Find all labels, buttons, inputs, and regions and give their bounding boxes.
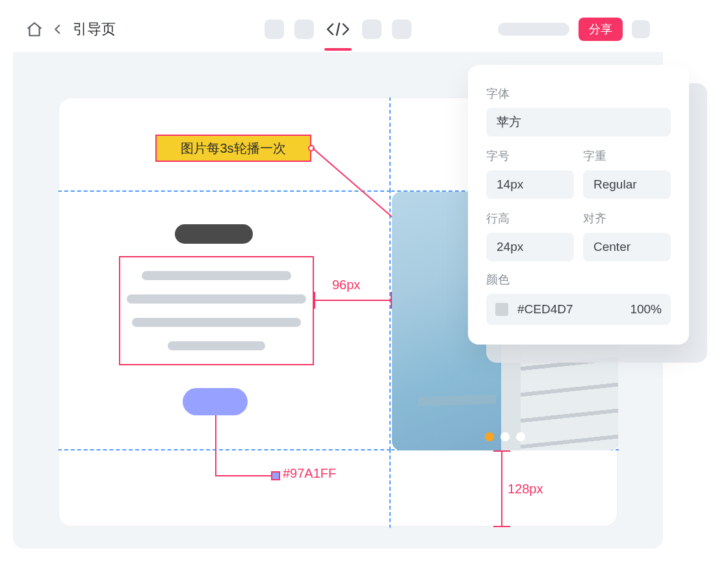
line-height-field[interactable]: 24px xyxy=(486,233,574,261)
font-label: 字体 xyxy=(486,86,671,101)
line-height-value: 24px xyxy=(497,240,523,254)
view-switcher xyxy=(265,6,411,52)
text-line-placeholder xyxy=(127,294,306,304)
text-line-placeholder xyxy=(168,341,265,350)
primary-button-placeholder[interactable] xyxy=(183,388,248,415)
carousel-dots xyxy=(485,432,525,441)
color-hex-value: #CED4D7 xyxy=(517,302,573,317)
font-weight-field[interactable]: Regular xyxy=(583,170,671,199)
color-label: 颜色 xyxy=(486,272,671,287)
spacing-tick xyxy=(493,526,510,527)
spacing-measure-128 xyxy=(501,452,502,527)
header-left: 引导页 xyxy=(26,20,116,39)
text-color-field[interactable]: #CED4D7 100% xyxy=(486,294,671,325)
spacing-tick xyxy=(493,450,510,452)
guide-region xyxy=(391,449,619,528)
view-mode-1[interactable] xyxy=(265,20,284,39)
text-line-placeholder xyxy=(132,318,301,327)
font-family-value: 苹方 xyxy=(497,114,521,131)
annotation-note-text: 图片每3s轮播一次 xyxy=(181,140,285,157)
app-header: 引导页 分享 xyxy=(13,6,663,52)
style-inspector-panel: 字体 苹方 字号 14px 字重 Regular 行高 24px 对齐 Cen xyxy=(468,65,689,344)
header-chip xyxy=(498,23,569,36)
back-chevron-icon[interactable] xyxy=(52,21,64,38)
carousel-dot[interactable] xyxy=(516,432,525,441)
font-size-label: 字号 xyxy=(486,148,574,164)
text-align-label: 对齐 xyxy=(583,211,671,226)
annotation-note[interactable]: 图片每3s轮播一次 xyxy=(155,135,311,162)
font-weight-label: 字重 xyxy=(583,148,671,164)
guide-region xyxy=(58,449,391,528)
view-mode-4[interactable] xyxy=(362,20,382,39)
home-icon[interactable] xyxy=(26,21,43,38)
font-size-field[interactable]: 14px xyxy=(486,170,574,199)
share-button[interactable]: 分享 xyxy=(578,18,623,41)
heading-placeholder xyxy=(175,224,253,244)
text-align-value: Center xyxy=(593,240,630,254)
text-align-field[interactable]: Center xyxy=(583,233,671,261)
color-swatch-icon xyxy=(271,471,280,480)
color-callout-line xyxy=(215,475,271,476)
note-connector-handle[interactable] xyxy=(308,145,315,151)
svg-line-0 xyxy=(337,23,339,35)
header-more[interactable] xyxy=(632,20,650,38)
spacing-label-128: 128px xyxy=(508,482,543,497)
carousel-dot[interactable] xyxy=(500,432,510,441)
header-right: 分享 xyxy=(498,6,650,52)
text-line-placeholder xyxy=(142,271,291,280)
color-chip-icon xyxy=(495,303,508,316)
page-title: 引导页 xyxy=(73,20,116,39)
view-mode-5[interactable] xyxy=(392,20,411,39)
line-height-label: 行高 xyxy=(486,211,574,226)
color-callout-label: #97A1FF xyxy=(283,466,336,481)
code-view-icon[interactable] xyxy=(324,20,352,39)
font-family-field[interactable]: 苹方 xyxy=(486,108,671,136)
carousel-dot[interactable] xyxy=(485,432,494,441)
selected-text-block[interactable] xyxy=(119,256,314,365)
active-tab-indicator xyxy=(324,48,352,51)
font-weight-value: Regular xyxy=(593,177,637,192)
spacing-label-96: 96px xyxy=(332,278,360,292)
font-size-value: 14px xyxy=(497,177,523,192)
view-mode-2[interactable] xyxy=(294,20,314,39)
color-callout-line xyxy=(215,415,216,475)
color-opacity-value: 100% xyxy=(630,302,662,317)
